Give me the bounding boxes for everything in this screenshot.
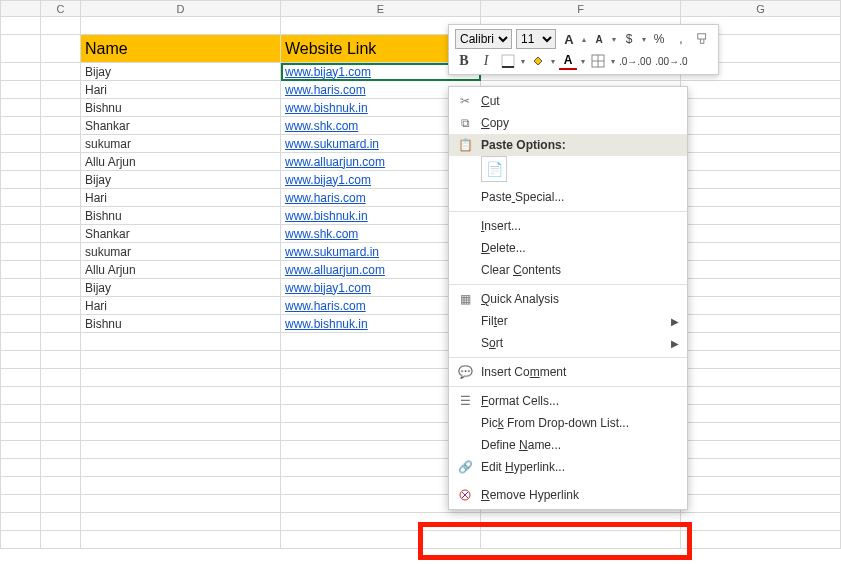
comment-icon: 💬 <box>455 365 475 379</box>
decrease-decimal-icon[interactable]: .00→.0 <box>655 52 687 70</box>
borders-icon[interactable] <box>589 52 607 70</box>
table-row[interactable]: Hariwww.haris.com <box>1 81 841 99</box>
hyperlink[interactable]: www.bijay1.com <box>285 65 371 79</box>
col-header-c[interactable]: C <box>41 1 81 17</box>
ctx-cut[interactable]: ✂ Cut <box>449 90 687 112</box>
font-color-button[interactable]: A <box>559 52 577 70</box>
font-name-select[interactable]: Calibri <box>455 29 512 49</box>
hyperlink[interactable]: www.shk.com <box>285 227 358 241</box>
cell-name[interactable]: Bijay <box>81 63 281 81</box>
hyperlink[interactable]: www.bishnuk.in <box>285 101 368 115</box>
scissors-icon: ✂ <box>455 94 475 108</box>
table-row[interactable]: Shankarwww.shk.com <box>1 225 841 243</box>
ctx-delete[interactable]: Delete... <box>449 237 687 259</box>
table-row[interactable]: Allu Arjunwww.alluarjun.com <box>1 153 841 171</box>
format-cells-icon: ☰ <box>455 394 475 408</box>
table-row[interactable]: sukumarwww.sukumard.in <box>1 135 841 153</box>
table-row[interactable]: sukumarwww.sukumard.in <box>1 243 841 261</box>
col-header-f[interactable]: F <box>481 1 681 17</box>
ctx-sort[interactable]: Sort ▶ <box>449 332 687 354</box>
cell-name[interactable]: Hari <box>81 81 281 99</box>
hyperlink[interactable]: www.haris.com <box>285 83 366 97</box>
percent-button[interactable]: % <box>650 30 668 48</box>
cell-name[interactable]: Shankar <box>81 225 281 243</box>
ctx-paste-special[interactable]: Paste Special... <box>449 186 687 208</box>
bold-button[interactable]: B <box>455 52 473 70</box>
cell-name[interactable]: sukumar <box>81 243 281 261</box>
font-size-select[interactable]: 11 <box>516 29 556 49</box>
cell-name[interactable]: Bijay <box>81 279 281 297</box>
increase-decimal-icon[interactable]: .0→.00 <box>619 52 651 70</box>
italic-button[interactable]: I <box>477 52 495 70</box>
hyperlink[interactable]: www.bijay1.com <box>285 173 371 187</box>
ctx-remove-hyperlink[interactable]: Remove Hyperlink <box>449 484 687 506</box>
grow-font-button[interactable]: A <box>560 30 578 48</box>
ctx-define-name[interactable]: Define Name... <box>449 434 687 456</box>
hyperlink[interactable]: www.haris.com <box>285 299 366 313</box>
context-menu: ✂ Cut ⧉ Copy 📋 Paste Options: 📄 Paste Sp… <box>448 86 688 510</box>
paste-option-keep-source[interactable]: 📄 <box>481 156 687 182</box>
cell-name[interactable]: Bijay <box>81 171 281 189</box>
table-row[interactable]: Bijaywww.bijay1.com <box>1 171 841 189</box>
hyperlink-icon: 🔗 <box>455 460 475 474</box>
format-painter-icon[interactable] <box>694 30 712 48</box>
table-row[interactable]: Hariwww.haris.com <box>1 297 841 315</box>
cell-name[interactable]: Bishnu <box>81 315 281 333</box>
copy-icon: ⧉ <box>455 116 475 130</box>
col-header-e[interactable]: E <box>281 1 481 17</box>
spreadsheet-grid[interactable]: C D E F G NameWebsite LinkBijaywww.bijay… <box>0 0 841 549</box>
submenu-arrow-icon: ▶ <box>671 316 679 327</box>
ctx-clear-contents[interactable]: Clear Contents <box>449 259 687 281</box>
ctx-quick-analysis[interactable]: ▦ Quick Analysis <box>449 288 687 310</box>
column-header-row[interactable]: C D E F G <box>1 1 841 17</box>
cell-name[interactable]: Hari <box>81 297 281 315</box>
hyperlink[interactable]: www.bishnuk.in <box>285 317 368 331</box>
svg-rect-0 <box>698 34 706 39</box>
ctx-pick-dropdown[interactable]: Pick From Drop-down List... <box>449 412 687 434</box>
cell-name[interactable]: Allu Arjun <box>81 153 281 171</box>
ctx-edit-hyperlink[interactable]: 🔗 Edit Hyperlink... <box>449 456 687 478</box>
cell-name[interactable]: Shankar <box>81 117 281 135</box>
quick-analysis-icon: ▦ <box>455 292 475 306</box>
cell-name[interactable]: Bishnu <box>81 99 281 117</box>
hyperlink[interactable]: www.sukumard.in <box>285 245 379 259</box>
comma-button[interactable]: , <box>672 30 690 48</box>
table-row[interactable]: Hariwww.haris.com <box>1 189 841 207</box>
ctx-insert[interactable]: Insert... <box>449 215 687 237</box>
paste-icon: 📄 <box>481 156 507 182</box>
svg-rect-1 <box>502 55 514 67</box>
hyperlink[interactable]: www.alluarjun.com <box>285 263 385 277</box>
cell-name[interactable]: sukumar <box>81 135 281 153</box>
ctx-paste-options: 📋 Paste Options: <box>449 134 687 156</box>
hyperlink[interactable]: www.sukumard.in <box>285 137 379 151</box>
table-row[interactable]: Bijaywww.bijay1.com <box>1 279 841 297</box>
hyperlink[interactable]: www.bijay1.com <box>285 281 371 295</box>
hyperlink[interactable]: www.bishnuk.in <box>285 209 368 223</box>
cell-name[interactable]: Bishnu <box>81 207 281 225</box>
cell-name[interactable]: Hari <box>81 189 281 207</box>
table-row[interactable]: Shankarwww.shk.com <box>1 117 841 135</box>
submenu-arrow-icon: ▶ <box>671 338 679 349</box>
remove-hyperlink-icon <box>455 488 475 502</box>
border-bottom-icon[interactable] <box>499 52 517 70</box>
table-row[interactable]: Allu Arjunwww.alluarjun.com <box>1 261 841 279</box>
table-row[interactable]: Bishnuwww.bishnuk.in <box>1 207 841 225</box>
ctx-filter[interactable]: Filter ▶ <box>449 310 687 332</box>
currency-button[interactable]: $ <box>620 30 638 48</box>
table-row[interactable]: Bishnuwww.bishnuk.in <box>1 315 841 333</box>
ctx-format-cells[interactable]: ☰ Format Cells... <box>449 390 687 412</box>
cell-name[interactable]: Allu Arjun <box>81 261 281 279</box>
ctx-copy[interactable]: ⧉ Copy <box>449 112 687 134</box>
hyperlink[interactable]: www.haris.com <box>285 191 366 205</box>
col-header-d[interactable]: D <box>81 1 281 17</box>
header-name[interactable]: Name <box>81 35 281 63</box>
hyperlink[interactable]: www.shk.com <box>285 119 358 133</box>
ctx-insert-comment[interactable]: 💬 Insert Comment <box>449 361 687 383</box>
col-header-g[interactable]: G <box>681 1 841 17</box>
clipboard-icon: 📋 <box>455 138 475 152</box>
fill-color-button[interactable] <box>529 52 547 70</box>
table-row[interactable]: Bishnuwww.bishnuk.in <box>1 99 841 117</box>
shrink-font-button[interactable]: A <box>590 30 608 48</box>
mini-toolbar: Calibri 11 A▴ A▾ $▾ % , B I ▾ ▾ A▾ ▾ .0→… <box>448 24 719 75</box>
hyperlink[interactable]: www.alluarjun.com <box>285 155 385 169</box>
